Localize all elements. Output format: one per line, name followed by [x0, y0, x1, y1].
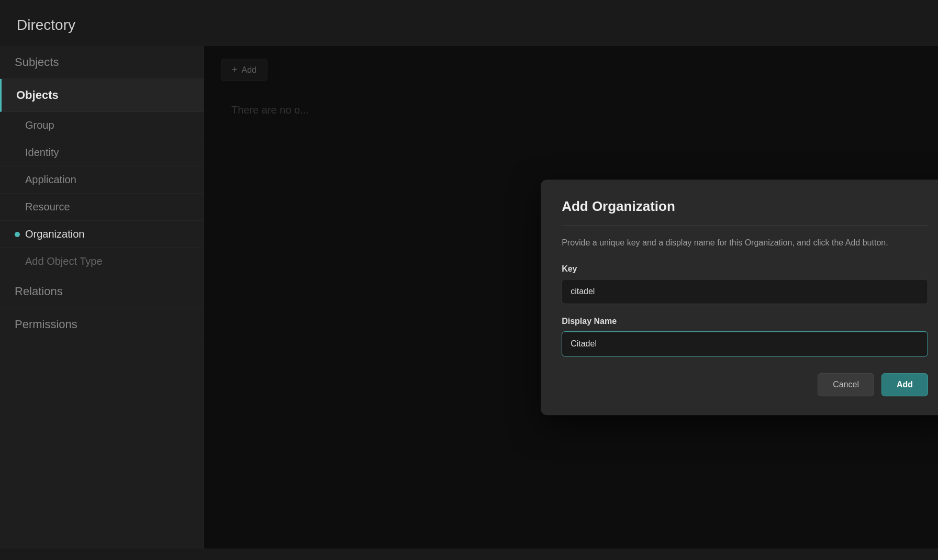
- sidebar-sub-items: Group Identity Application Resource Orga…: [0, 112, 204, 275]
- modal-actions: Cancel Add: [562, 373, 928, 396]
- display-name-input[interactable]: [562, 331, 928, 356]
- sidebar-sub-item-group[interactable]: Group: [0, 112, 204, 139]
- add-organization-modal: Add Organization Provide a unique key an…: [541, 180, 938, 415]
- sidebar: Subjects Objects Group Identity Applicat…: [0, 46, 204, 548]
- sidebar-sub-item-application[interactable]: Application: [0, 166, 204, 194]
- header: Directory: [0, 0, 938, 46]
- display-name-label: Display Name: [562, 317, 928, 326]
- sidebar-item-relations[interactable]: Relations: [0, 275, 204, 308]
- sidebar-item-subjects[interactable]: Subjects: [0, 46, 204, 79]
- main-layout: Subjects Objects Group Identity Applicat…: [0, 46, 938, 548]
- sidebar-add-object-type[interactable]: Add Object Type: [0, 248, 204, 275]
- key-label: Key: [562, 264, 928, 274]
- add-confirm-button[interactable]: Add: [881, 373, 928, 396]
- display-name-form-group: Display Name: [562, 317, 928, 356]
- sidebar-item-objects[interactable]: Objects: [0, 79, 204, 112]
- sidebar-sub-item-identity[interactable]: Identity: [0, 139, 204, 166]
- sidebar-sub-item-resource[interactable]: Resource: [0, 194, 204, 221]
- modal-description: Provide a unique key and a display name …: [562, 236, 928, 250]
- page-title: Directory: [17, 17, 921, 33]
- cancel-button[interactable]: Cancel: [818, 373, 874, 396]
- sidebar-sub-item-organization[interactable]: Organization: [0, 221, 204, 248]
- sidebar-item-permissions[interactable]: Permissions: [0, 308, 204, 341]
- key-form-group: Key: [562, 264, 928, 304]
- content-area: + Add There are no o... Add Organization…: [204, 46, 938, 548]
- modal-title: Add Organization: [562, 198, 928, 226]
- key-input[interactable]: [562, 279, 928, 304]
